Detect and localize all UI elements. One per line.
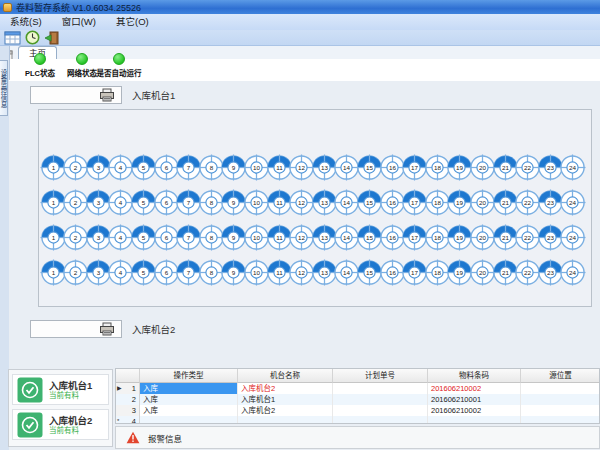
column-header-0[interactable]: 操作类型: [140, 369, 238, 383]
svg-text:3: 3: [96, 199, 100, 206]
station1-label: 入库机台1: [132, 88, 175, 102]
svg-text:19: 19: [456, 199, 463, 206]
svg-text:2: 2: [74, 199, 78, 206]
svg-text:9: 9: [232, 199, 236, 206]
station1-reel-grid: 1234567891011121314151617181920212223241…: [38, 109, 592, 307]
svg-text:7: 7: [187, 234, 191, 241]
cell-barcode[interactable]: [428, 416, 521, 424]
main-content: 入库机台1 1234567891011121314151617181920212…: [9, 80, 600, 450]
svg-text:2: 2: [74, 269, 78, 276]
svg-text:1: 1: [51, 234, 55, 241]
printer-icon: [99, 322, 115, 336]
reel-slot-2-24[interactable]: 24: [559, 189, 586, 216]
station-card-2[interactable]: 入库机台2当前有料: [12, 409, 109, 440]
cell-plan-no[interactable]: [333, 416, 428, 424]
cell-plan-no[interactable]: [333, 383, 428, 394]
row-number: 2: [116, 394, 140, 405]
svg-text:3: 3: [96, 234, 100, 241]
svg-text:18: 18: [434, 234, 441, 241]
cell-op-type[interactable]: [140, 416, 238, 424]
print-button-station1[interactable]: [30, 86, 122, 104]
menu-item-2[interactable]: 其它(O): [106, 14, 159, 30]
svg-text:8: 8: [209, 164, 213, 171]
svg-text:20: 20: [479, 234, 486, 241]
svg-text:15: 15: [366, 269, 373, 276]
svg-text:14: 14: [343, 234, 350, 241]
svg-text:24: 24: [569, 199, 576, 206]
svg-text:13: 13: [321, 269, 328, 276]
svg-text:17: 17: [411, 164, 418, 171]
svg-text:8: 8: [209, 199, 213, 206]
card-material-status: 当前有料: [49, 426, 92, 435]
menu-item-1[interactable]: 窗口(W): [52, 14, 106, 30]
svg-text:24: 24: [569, 234, 576, 241]
reel-slot-3-24[interactable]: 24: [559, 224, 586, 251]
svg-text:9: 9: [232, 234, 236, 241]
cell-source-location[interactable]: [521, 394, 600, 405]
table-row-4[interactable]: *4: [116, 416, 600, 424]
row-number: *4: [116, 416, 140, 424]
svg-text:8: 8: [209, 234, 213, 241]
svg-text:16: 16: [389, 234, 396, 241]
cell-op-type[interactable]: 入库: [140, 383, 238, 394]
column-header-2[interactable]: 计划单号: [333, 369, 428, 383]
status-light-icon: [34, 53, 46, 65]
svg-text:3: 3: [96, 164, 100, 171]
calendar-icon[interactable]: [4, 30, 21, 45]
cell-plan-no[interactable]: [333, 405, 428, 416]
exit-door-icon[interactable]: [44, 30, 60, 45]
svg-text:3: 3: [96, 269, 100, 276]
svg-text:1: 1: [51, 164, 55, 171]
table-row-1[interactable]: ▶1入库入库机台2201606210002: [116, 383, 600, 394]
svg-text:1: 1: [51, 199, 55, 206]
svg-text:20: 20: [479, 199, 486, 206]
svg-text:18: 18: [434, 164, 441, 171]
svg-text:5: 5: [142, 269, 146, 276]
row-number: 3: [116, 405, 140, 416]
cell-op-type[interactable]: 入库: [140, 394, 238, 405]
print-button-station2[interactable]: [30, 320, 122, 338]
cell-source-location[interactable]: [521, 405, 600, 416]
svg-text:7: 7: [187, 164, 191, 171]
card-station-name: 入库机台2: [49, 415, 92, 426]
column-header-4[interactable]: 源位置: [521, 369, 600, 383]
table-row-2[interactable]: 2入库入库机台1201606210001: [116, 394, 600, 405]
svg-text:7: 7: [187, 199, 191, 206]
reel-slot-4-24[interactable]: 24: [559, 259, 586, 286]
alarm-label: 报警信息: [148, 432, 182, 444]
cell-plan-no[interactable]: [333, 394, 428, 405]
side-tab-monitor-info[interactable]: 设备监控信息: [0, 60, 8, 116]
check-icon: [17, 377, 43, 403]
cell-barcode[interactable]: 201606210002: [428, 405, 521, 416]
cell-barcode[interactable]: 201606210001: [428, 394, 521, 405]
reel-slot-1-24[interactable]: 24: [559, 154, 586, 181]
svg-text:16: 16: [389, 199, 396, 206]
column-header-3[interactable]: 物料条码: [428, 369, 521, 383]
svg-text:22: 22: [524, 199, 531, 206]
menu-bar: 系统(S)窗口(W)其它(O): [0, 14, 600, 30]
menu-item-0[interactable]: 系统(S): [0, 14, 52, 30]
cell-machine-name[interactable]: 入库机台1: [238, 394, 333, 405]
svg-text:19: 19: [456, 164, 463, 171]
svg-text:21: 21: [502, 199, 509, 206]
table-row-3[interactable]: 3入库入库机台2201606210002: [116, 405, 600, 416]
svg-text:14: 14: [343, 164, 350, 171]
cell-machine-name[interactable]: 入库机台2: [238, 383, 333, 394]
station-card-1[interactable]: 入库机台1当前有料: [12, 374, 109, 405]
svg-text:2: 2: [74, 164, 78, 171]
row-header-col: [116, 369, 140, 383]
cell-barcode[interactable]: 201606210002: [428, 383, 521, 394]
application-window: 卷料暂存系统 V1.0.6034.25526 系统(S)窗口(W)其它(O): [0, 0, 600, 450]
cell-op-type[interactable]: 入库: [140, 405, 238, 416]
cell-source-location[interactable]: [521, 383, 600, 394]
table-body: ▶1入库入库机台22016062100022入库入库机台120160621000…: [116, 383, 599, 424]
clock-icon[interactable]: [25, 30, 40, 45]
cell-source-location[interactable]: [521, 416, 600, 424]
svg-text:10: 10: [253, 199, 260, 206]
cell-machine-name[interactable]: [238, 416, 333, 424]
station-status-cards: 入库机台1当前有料入库机台2当前有料: [8, 369, 113, 447]
column-header-1[interactable]: 机台名称: [238, 369, 333, 383]
cell-machine-name[interactable]: 入库机台2: [238, 405, 333, 416]
row-selector-arrow: ▶: [117, 383, 122, 394]
card-material-status: 当前有料: [49, 391, 92, 400]
